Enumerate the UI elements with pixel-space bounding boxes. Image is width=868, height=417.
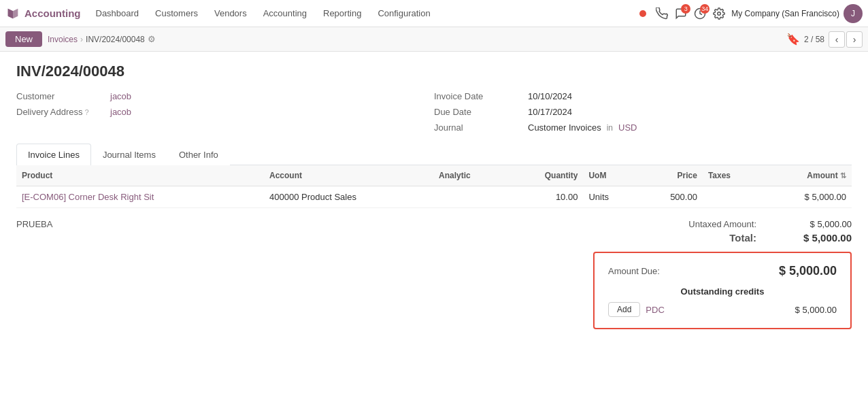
amount-due-row: Amount Due: $ 5,000.00 (608, 264, 837, 278)
journal-row: Journal Customer Invoices in USD (434, 122, 852, 133)
tab-other-info[interactable]: Other Info (167, 144, 230, 165)
nav-customers[interactable]: Customers (148, 5, 205, 21)
untaxed-value: $ 5,000.00 (784, 219, 852, 229)
delivery-address-row: Delivery Address ? jacob (16, 107, 434, 117)
main-content: INV/2024/00048 Customer jacob Delivery A… (0, 52, 868, 340)
record-navigation: 🔖 2 / 58 ‹ › (786, 31, 863, 48)
pdc-amount: $ 5,000.00 (795, 305, 837, 315)
breadcrumb-current: INV/2024/00048 ⚙ (86, 34, 156, 44)
company-name: My Company (San Francisco) (731, 9, 839, 18)
cell-uom: Units (583, 186, 637, 208)
record-settings-icon[interactable]: ⚙ (148, 34, 156, 44)
journal-label: Journal (434, 122, 522, 133)
cell-quantity: 10.00 (507, 186, 584, 208)
cell-analytic (433, 186, 507, 208)
table-row: [E-COM06] Corner Desk Right Sit 400000 P… (16, 186, 852, 208)
nav-dashboard[interactable]: Dashboard (89, 5, 146, 21)
journal-value: Customer Invoices (528, 122, 601, 133)
total-row: Total: $ 5,000.00 (688, 232, 852, 244)
new-button[interactable]: New (5, 31, 42, 47)
nav-accounting[interactable]: Accounting (256, 5, 314, 21)
settings-icon[interactable] (712, 7, 726, 20)
due-date-value: 10/17/2024 (528, 107, 572, 117)
customer-row: Customer jacob (16, 91, 434, 101)
amount-due-label: Amount Due: (608, 266, 660, 276)
chat-badge: 3 (681, 4, 690, 14)
col-header-uom: UoM (583, 165, 637, 186)
col-header-quantity: Quantity (507, 165, 584, 186)
invoice-date-row: Invoice Date 10/10/2024 (434, 91, 852, 101)
form-left-column: Customer jacob Delivery Address ? jacob (16, 91, 434, 133)
company-selector[interactable]: My Company (San Francisco) J (731, 4, 863, 23)
sort-icon[interactable]: ⇅ (840, 171, 846, 180)
delivery-address-value[interactable]: jacob (110, 107, 131, 117)
journal-in-text: in (607, 123, 613, 133)
due-date-label: Due Date (434, 107, 522, 117)
col-header-product: Product (16, 165, 264, 186)
bookmark-button[interactable]: 🔖 (786, 33, 800, 46)
tab-content-invoice-lines: Product Account Analytic Quantity UoM Pr… (16, 165, 852, 208)
col-header-amount: Amount ⇅ (761, 165, 852, 186)
tab-bar: Invoice Lines Journal Items Other Info (16, 144, 852, 165)
breadcrumb: Invoices › INV/2024/00048 ⚙ (48, 34, 156, 44)
outstanding-credits-title: Outstanding credits (608, 286, 837, 297)
amount-due-box: Amount Due: $ 5,000.00 Outstanding credi… (593, 252, 852, 329)
user-avatar: J (844, 4, 863, 23)
top-navigation: Accounting Dashboard Customers Vendors A… (0, 0, 868, 27)
invoice-totals: Untaxed Amount: $ 5,000.00 Total: $ 5,00… (688, 219, 852, 246)
chat-icon[interactable]: 3 (674, 7, 688, 20)
nav-vendors[interactable]: Vendors (207, 5, 254, 21)
phone-icon[interactable] (655, 7, 669, 20)
footer-area: PRUEBA Untaxed Amount: $ 5,000.00 Total:… (16, 219, 852, 246)
form-right-column: Invoice Date 10/10/2024 Due Date 10/17/2… (434, 91, 852, 133)
nav-reporting[interactable]: Reporting (316, 5, 368, 21)
add-credit-button[interactable]: Add (608, 302, 640, 317)
status-dot (639, 10, 646, 17)
app-logo[interactable]: Accounting (5, 6, 81, 21)
col-header-price: Price (637, 165, 703, 186)
app-name: Accounting (24, 7, 81, 19)
invoice-date-value: 10/10/2024 (528, 91, 572, 101)
activity-icon[interactable]: 34 (693, 7, 707, 20)
nav-right-area: 3 34 My Company (San Francisco) J (636, 4, 863, 23)
tab-invoice-lines[interactable]: Invoice Lines (16, 144, 91, 165)
col-header-taxes: Taxes (703, 165, 761, 186)
cell-account: 400000 Product Sales (264, 186, 433, 208)
untaxed-label: Untaxed Amount: (688, 219, 756, 229)
col-header-account: Account (264, 165, 433, 186)
nav-configuration[interactable]: Configuration (371, 5, 437, 21)
untaxed-amount-row: Untaxed Amount: $ 5,000.00 (688, 219, 852, 229)
outstanding-credits-row: Add PDC $ 5,000.00 (608, 302, 837, 317)
tab-journal-items[interactable]: Journal Items (91, 144, 167, 165)
svg-point-1 (718, 12, 721, 15)
delivery-address-label: Delivery Address ? (16, 107, 105, 117)
sub-toolbar: New Invoices › INV/2024/00048 ⚙ 🔖 2 / 58… (0, 27, 868, 52)
amount-due-value: $ 5,000.00 (779, 264, 837, 278)
col-header-analytic: Analytic (433, 165, 507, 186)
next-record-button[interactable]: › (846, 31, 863, 48)
pdc-link[interactable]: PDC (646, 305, 664, 315)
due-date-row: Due Date 10/17/2024 (434, 107, 852, 117)
activity-badge: 34 (700, 4, 710, 14)
breadcrumb-parent[interactable]: Invoices (48, 35, 78, 44)
amount-due-section: Amount Due: $ 5,000.00 Outstanding credi… (16, 252, 852, 329)
invoice-form: Customer jacob Delivery Address ? jacob … (16, 91, 852, 133)
invoice-date-label: Invoice Date (434, 91, 522, 101)
status-indicator[interactable] (636, 7, 650, 20)
cell-taxes (703, 186, 761, 208)
invoice-notes: PRUEBA (16, 219, 52, 229)
invoice-title: INV/2024/00048 (16, 63, 852, 80)
help-icon[interactable]: ? (85, 108, 89, 116)
cell-amount: $ 5,000.00 (761, 186, 852, 208)
prev-record-button[interactable]: ‹ (829, 31, 845, 48)
total-label: Total: (729, 232, 756, 244)
product-link[interactable]: [E-COM06] Corner Desk Right Sit (22, 192, 154, 202)
cell-product: [E-COM06] Corner Desk Right Sit (16, 186, 264, 208)
journal-currency[interactable]: USD (618, 122, 637, 133)
app-logo-icon (5, 6, 20, 21)
cell-price: 500.00 (637, 186, 703, 208)
customer-value[interactable]: jacob (110, 91, 131, 101)
total-value: $ 5,000.00 (784, 232, 852, 244)
customer-label: Customer (16, 91, 105, 101)
page-info: 2 / 58 (804, 35, 824, 44)
